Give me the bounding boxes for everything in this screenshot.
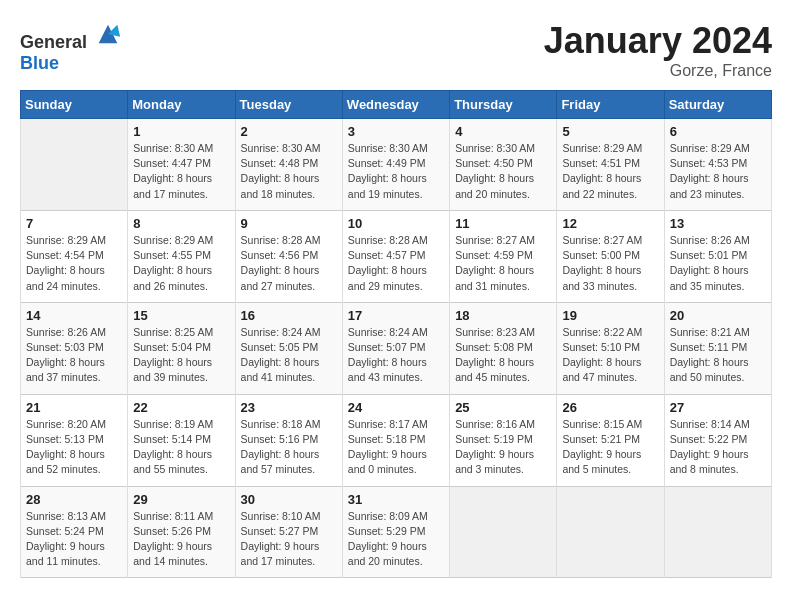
day-info: Sunrise: 8:21 AMSunset: 5:11 PMDaylight:… <box>670 325 766 386</box>
calendar-header-row: SundayMondayTuesdayWednesdayThursdayFrid… <box>21 91 772 119</box>
calendar-cell: 8Sunrise: 8:29 AMSunset: 4:55 PMDaylight… <box>128 210 235 302</box>
calendar-week-row: 1Sunrise: 8:30 AMSunset: 4:47 PMDaylight… <box>21 119 772 211</box>
calendar-cell: 12Sunrise: 8:27 AMSunset: 5:00 PMDayligh… <box>557 210 664 302</box>
day-info: Sunrise: 8:13 AMSunset: 5:24 PMDaylight:… <box>26 509 122 570</box>
day-number: 24 <box>348 400 444 415</box>
calendar-cell: 1Sunrise: 8:30 AMSunset: 4:47 PMDaylight… <box>128 119 235 211</box>
day-info: Sunrise: 8:26 AMSunset: 5:01 PMDaylight:… <box>670 233 766 294</box>
weekday-header: Monday <box>128 91 235 119</box>
day-number: 5 <box>562 124 658 139</box>
calendar-cell: 13Sunrise: 8:26 AMSunset: 5:01 PMDayligh… <box>664 210 771 302</box>
calendar-cell: 7Sunrise: 8:29 AMSunset: 4:54 PMDaylight… <box>21 210 128 302</box>
weekday-header: Thursday <box>450 91 557 119</box>
logo: General Blue <box>20 20 122 74</box>
calendar-cell: 24Sunrise: 8:17 AMSunset: 5:18 PMDayligh… <box>342 394 449 486</box>
title-section: January 2024 Gorze, France <box>544 20 772 80</box>
weekday-header: Wednesday <box>342 91 449 119</box>
day-info: Sunrise: 8:10 AMSunset: 5:27 PMDaylight:… <box>241 509 337 570</box>
day-info: Sunrise: 8:11 AMSunset: 5:26 PMDaylight:… <box>133 509 229 570</box>
day-info: Sunrise: 8:22 AMSunset: 5:10 PMDaylight:… <box>562 325 658 386</box>
day-info: Sunrise: 8:09 AMSunset: 5:29 PMDaylight:… <box>348 509 444 570</box>
calendar-cell: 14Sunrise: 8:26 AMSunset: 5:03 PMDayligh… <box>21 302 128 394</box>
day-number: 12 <box>562 216 658 231</box>
weekday-header: Sunday <box>21 91 128 119</box>
calendar-cell: 5Sunrise: 8:29 AMSunset: 4:51 PMDaylight… <box>557 119 664 211</box>
day-number: 3 <box>348 124 444 139</box>
day-info: Sunrise: 8:30 AMSunset: 4:50 PMDaylight:… <box>455 141 551 202</box>
day-info: Sunrise: 8:15 AMSunset: 5:21 PMDaylight:… <box>562 417 658 478</box>
day-number: 19 <box>562 308 658 323</box>
day-info: Sunrise: 8:28 AMSunset: 4:56 PMDaylight:… <box>241 233 337 294</box>
calendar-cell: 17Sunrise: 8:24 AMSunset: 5:07 PMDayligh… <box>342 302 449 394</box>
day-number: 13 <box>670 216 766 231</box>
day-number: 21 <box>26 400 122 415</box>
calendar-cell: 26Sunrise: 8:15 AMSunset: 5:21 PMDayligh… <box>557 394 664 486</box>
day-number: 23 <box>241 400 337 415</box>
day-info: Sunrise: 8:14 AMSunset: 5:22 PMDaylight:… <box>670 417 766 478</box>
calendar-week-row: 21Sunrise: 8:20 AMSunset: 5:13 PMDayligh… <box>21 394 772 486</box>
day-number: 14 <box>26 308 122 323</box>
calendar-cell: 11Sunrise: 8:27 AMSunset: 4:59 PMDayligh… <box>450 210 557 302</box>
weekday-header: Tuesday <box>235 91 342 119</box>
day-info: Sunrise: 8:29 AMSunset: 4:55 PMDaylight:… <box>133 233 229 294</box>
calendar-subtitle: Gorze, France <box>544 62 772 80</box>
logo-text: General Blue <box>20 20 122 74</box>
day-number: 20 <box>670 308 766 323</box>
day-number: 11 <box>455 216 551 231</box>
calendar-cell: 4Sunrise: 8:30 AMSunset: 4:50 PMDaylight… <box>450 119 557 211</box>
day-info: Sunrise: 8:23 AMSunset: 5:08 PMDaylight:… <box>455 325 551 386</box>
calendar-cell <box>557 486 664 578</box>
day-number: 15 <box>133 308 229 323</box>
calendar-table: SundayMondayTuesdayWednesdayThursdayFrid… <box>20 90 772 578</box>
day-number: 22 <box>133 400 229 415</box>
weekday-header: Saturday <box>664 91 771 119</box>
calendar-week-row: 28Sunrise: 8:13 AMSunset: 5:24 PMDayligh… <box>21 486 772 578</box>
day-info: Sunrise: 8:30 AMSunset: 4:49 PMDaylight:… <box>348 141 444 202</box>
calendar-cell: 6Sunrise: 8:29 AMSunset: 4:53 PMDaylight… <box>664 119 771 211</box>
day-number: 28 <box>26 492 122 507</box>
day-info: Sunrise: 8:28 AMSunset: 4:57 PMDaylight:… <box>348 233 444 294</box>
day-number: 8 <box>133 216 229 231</box>
calendar-cell: 21Sunrise: 8:20 AMSunset: 5:13 PMDayligh… <box>21 394 128 486</box>
day-info: Sunrise: 8:24 AMSunset: 5:05 PMDaylight:… <box>241 325 337 386</box>
day-info: Sunrise: 8:29 AMSunset: 4:53 PMDaylight:… <box>670 141 766 202</box>
day-number: 4 <box>455 124 551 139</box>
day-info: Sunrise: 8:18 AMSunset: 5:16 PMDaylight:… <box>241 417 337 478</box>
day-number: 17 <box>348 308 444 323</box>
calendar-cell: 20Sunrise: 8:21 AMSunset: 5:11 PMDayligh… <box>664 302 771 394</box>
day-info: Sunrise: 8:30 AMSunset: 4:48 PMDaylight:… <box>241 141 337 202</box>
day-number: 30 <box>241 492 337 507</box>
day-info: Sunrise: 8:29 AMSunset: 4:54 PMDaylight:… <box>26 233 122 294</box>
calendar-cell <box>21 119 128 211</box>
calendar-cell: 30Sunrise: 8:10 AMSunset: 5:27 PMDayligh… <box>235 486 342 578</box>
calendar-title: January 2024 <box>544 20 772 62</box>
calendar-cell: 3Sunrise: 8:30 AMSunset: 4:49 PMDaylight… <box>342 119 449 211</box>
day-info: Sunrise: 8:27 AMSunset: 5:00 PMDaylight:… <box>562 233 658 294</box>
day-number: 2 <box>241 124 337 139</box>
weekday-header: Friday <box>557 91 664 119</box>
logo-icon <box>94 20 122 48</box>
calendar-cell <box>450 486 557 578</box>
calendar-cell: 19Sunrise: 8:22 AMSunset: 5:10 PMDayligh… <box>557 302 664 394</box>
day-info: Sunrise: 8:17 AMSunset: 5:18 PMDaylight:… <box>348 417 444 478</box>
day-number: 27 <box>670 400 766 415</box>
page-header: General Blue January 2024 Gorze, France <box>20 20 772 80</box>
day-number: 16 <box>241 308 337 323</box>
day-info: Sunrise: 8:16 AMSunset: 5:19 PMDaylight:… <box>455 417 551 478</box>
calendar-week-row: 7Sunrise: 8:29 AMSunset: 4:54 PMDaylight… <box>21 210 772 302</box>
day-number: 29 <box>133 492 229 507</box>
calendar-cell: 27Sunrise: 8:14 AMSunset: 5:22 PMDayligh… <box>664 394 771 486</box>
calendar-cell: 18Sunrise: 8:23 AMSunset: 5:08 PMDayligh… <box>450 302 557 394</box>
day-number: 6 <box>670 124 766 139</box>
calendar-week-row: 14Sunrise: 8:26 AMSunset: 5:03 PMDayligh… <box>21 302 772 394</box>
day-info: Sunrise: 8:25 AMSunset: 5:04 PMDaylight:… <box>133 325 229 386</box>
logo-general: General <box>20 32 87 52</box>
calendar-cell: 16Sunrise: 8:24 AMSunset: 5:05 PMDayligh… <box>235 302 342 394</box>
calendar-cell: 2Sunrise: 8:30 AMSunset: 4:48 PMDaylight… <box>235 119 342 211</box>
day-info: Sunrise: 8:24 AMSunset: 5:07 PMDaylight:… <box>348 325 444 386</box>
day-info: Sunrise: 8:19 AMSunset: 5:14 PMDaylight:… <box>133 417 229 478</box>
calendar-cell: 31Sunrise: 8:09 AMSunset: 5:29 PMDayligh… <box>342 486 449 578</box>
calendar-cell: 23Sunrise: 8:18 AMSunset: 5:16 PMDayligh… <box>235 394 342 486</box>
day-number: 18 <box>455 308 551 323</box>
calendar-cell: 10Sunrise: 8:28 AMSunset: 4:57 PMDayligh… <box>342 210 449 302</box>
